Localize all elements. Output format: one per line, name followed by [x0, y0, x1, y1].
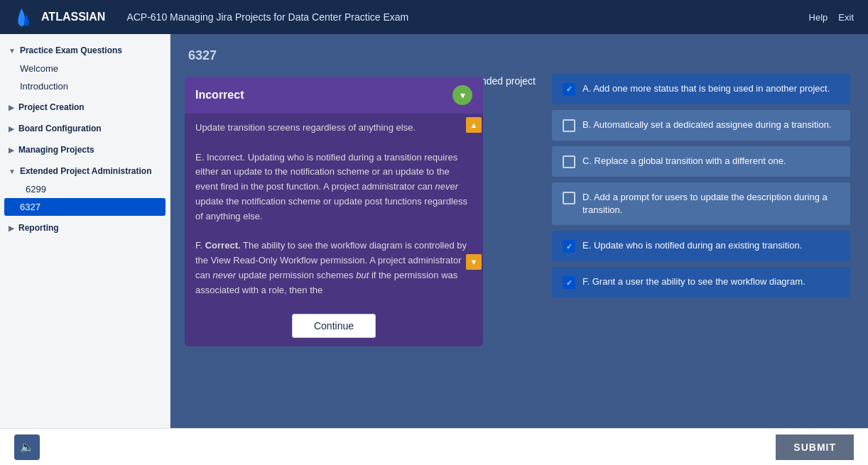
question-content: You are the project administrator of pro…	[188, 74, 850, 303]
sidebar-section-project-creation: ▶ Project Creation	[0, 98, 170, 116]
expand-arrow-icon: ▼	[9, 47, 16, 55]
sidebar-item-6327[interactable]: 6327	[4, 198, 166, 216]
answer-option-a[interactable]: A. Add one more status that is being use…	[552, 74, 850, 104]
expand-arrow-icon-6: ▶	[9, 224, 14, 232]
sidebar-section-managing: ▶ Managing Projects	[0, 141, 170, 159]
sidebar-section-header-practice[interactable]: ▼ Practice Exam Questions	[0, 41, 170, 60]
help-link[interactable]: Help	[809, 12, 828, 23]
modal-title: Incorrect	[195, 89, 244, 102]
sidebar-label-reporting: Reporting	[18, 223, 59, 233]
sidebar-label-managing: Managing Projects	[18, 145, 94, 155]
feedback-modal: Incorrect ▾ ▲ Update transition screens …	[185, 77, 483, 346]
expand-arrow-icon-4: ▶	[9, 146, 14, 154]
sidebar-section-header-extended[interactable]: ▼ Extended Project Administration	[0, 162, 170, 180]
content-area: 6327 You are the project administrator o…	[170, 34, 868, 428]
answer-option-b[interactable]: B. Automatically set a dedicated assigne…	[552, 110, 850, 141]
logo-text: ATLASSIAN	[41, 11, 105, 23]
audio-icon: 🔈	[20, 440, 34, 454]
sidebar-section-reporting: ▶ Reporting	[0, 219, 170, 237]
checkbox-b[interactable]	[563, 119, 575, 132]
sidebar-item-6299[interactable]: 6299	[0, 180, 170, 198]
question-number: 6327	[188, 48, 850, 63]
submit-button[interactable]: SUBMIT	[776, 434, 854, 460]
modal-footer: Continue	[185, 305, 483, 346]
sidebar-item-welcome[interactable]: Welcome	[0, 60, 170, 77]
modal-body[interactable]: ▲ Update transition screens regardless o…	[185, 114, 483, 305]
header-title: ACP-610 Managing Jira Projects for Data …	[126, 11, 808, 23]
main-layout: ▼ Practice Exam Questions Welcome Introd…	[0, 34, 868, 428]
header: ATLASSIAN ACP-610 Managing Jira Projects…	[0, 0, 868, 34]
expand-arrow-icon-3: ▶	[9, 125, 14, 133]
sidebar-label-project-creation: Project Creation	[18, 102, 85, 112]
modal-close-button[interactable]: ▾	[452, 85, 472, 105]
exit-link[interactable]: Exit	[838, 12, 854, 23]
sidebar-section-board-config: ▶ Board Configuration	[0, 119, 170, 138]
expand-arrow-icon-5: ▼	[9, 168, 16, 175]
scroll-down-button[interactable]: ▼	[466, 254, 482, 270]
answer-option-e[interactable]: E. Update who is notified during an exis…	[552, 231, 850, 261]
checkbox-f[interactable]	[563, 276, 575, 289]
modal-text: Update transition screens regardless of …	[195, 121, 472, 298]
sidebar-section-header-board[interactable]: ▶ Board Configuration	[0, 119, 170, 138]
answer-text-c: C. Replace a global transition with a di…	[582, 155, 786, 168]
sidebar-section-practice-exam: ▼ Practice Exam Questions Welcome Introd…	[0, 41, 170, 95]
checkbox-c[interactable]	[563, 155, 575, 168]
question-right: A. Add one more status that is being use…	[552, 74, 850, 303]
atlassian-logo-icon	[14, 7, 34, 27]
sidebar-section-header-managing[interactable]: ▶ Managing Projects	[0, 141, 170, 159]
header-links: Help Exit	[809, 12, 854, 23]
answer-option-d[interactable]: D. Add a prompt for users to update the …	[552, 182, 850, 225]
modal-header: Incorrect ▾	[185, 77, 483, 114]
checkbox-e[interactable]	[563, 240, 575, 253]
audio-button[interactable]: 🔈	[14, 434, 40, 460]
answer-text-a: A. Add one more status that is being use…	[582, 82, 830, 95]
answer-text-e: E. Update who is notified during an exis…	[582, 239, 802, 252]
answer-text-f: F. Grant a user the ability to see the w…	[582, 275, 805, 288]
expand-arrow-icon-2: ▶	[9, 104, 14, 111]
answer-text-d: D. Add a prompt for users to update the …	[582, 191, 840, 217]
question-left: You are the project administrator of pro…	[188, 74, 538, 303]
sidebar-item-introduction[interactable]: Introduction	[0, 77, 170, 95]
answer-option-f[interactable]: F. Grant a user the ability to see the w…	[552, 267, 850, 297]
sidebar-section-header-reporting[interactable]: ▶ Reporting	[0, 219, 170, 237]
scroll-up-button[interactable]: ▲	[466, 117, 482, 133]
answer-option-c[interactable]: C. Replace a global transition with a di…	[552, 146, 850, 177]
bottom-bar: 🔈 SUBMIT	[0, 428, 868, 465]
sidebar: ▼ Practice Exam Questions Welcome Introd…	[0, 34, 170, 428]
sidebar-label-board: Board Configuration	[18, 124, 102, 133]
modal-close-icon: ▾	[460, 89, 465, 101]
question-panel: 6327 You are the project administrator o…	[170, 34, 868, 428]
atlassian-logo: ATLASSIAN	[14, 7, 105, 27]
sidebar-label-extended: Extended Project Administration	[20, 166, 152, 176]
sidebar-section-header-project-creation[interactable]: ▶ Project Creation	[0, 98, 170, 116]
checkbox-a[interactable]	[563, 83, 575, 96]
sidebar-section-extended: ▼ Extended Project Administration 6299 6…	[0, 162, 170, 216]
answer-text-b: B. Automatically set a dedicated assigne…	[582, 119, 832, 131]
continue-button[interactable]: Continue	[292, 314, 376, 338]
sidebar-section-label: Practice Exam Questions	[20, 45, 122, 55]
checkbox-d[interactable]	[563, 192, 575, 204]
